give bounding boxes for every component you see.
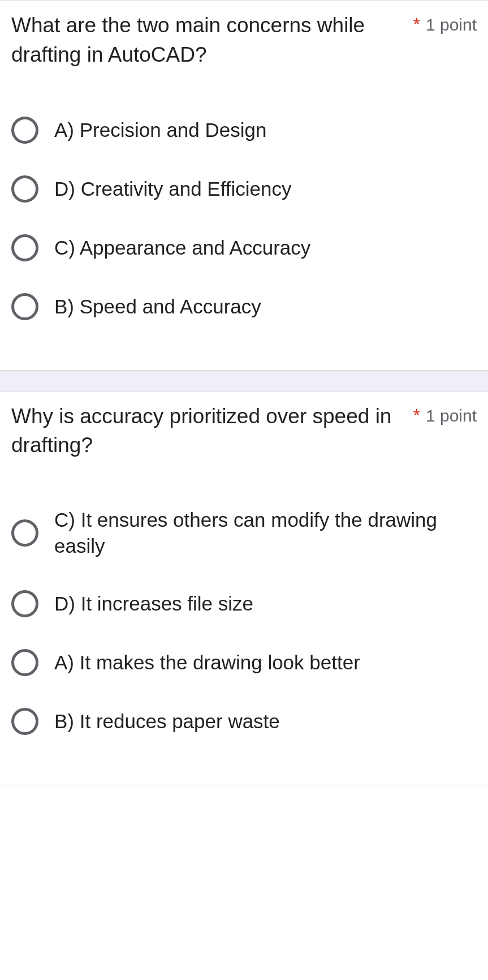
- option-d[interactable]: D) Creativity and Efficiency: [11, 160, 477, 218]
- radio-icon: [11, 708, 38, 735]
- option-c[interactable]: C) Appearance and Accuracy: [11, 218, 477, 277]
- question-header: What are the two main concerns while dra…: [11, 11, 477, 70]
- radio-icon: [11, 519, 38, 547]
- option-a[interactable]: A) It makes the drawing look better: [11, 633, 477, 692]
- question-meta: * 1 point: [413, 11, 477, 35]
- option-b[interactable]: B) Speed and Accuracy: [11, 277, 477, 336]
- radio-icon: [11, 234, 38, 261]
- radio-icon: [11, 117, 38, 144]
- option-label: B) It reduces paper waste: [54, 708, 280, 734]
- points-label: 1 point: [426, 15, 477, 35]
- option-b[interactable]: B) It reduces paper waste: [11, 692, 477, 751]
- points-label: 1 point: [426, 406, 477, 425]
- option-label: A) It makes the drawing look better: [54, 650, 360, 676]
- option-d[interactable]: D) It increases file size: [11, 574, 477, 633]
- question-text: What are the two main concerns while dra…: [11, 11, 413, 70]
- question-text: Why is accuracy prioritized over speed i…: [11, 402, 413, 461]
- question-card-2: Why is accuracy prioritized over speed i…: [0, 391, 488, 786]
- question-meta: * 1 point: [413, 402, 477, 426]
- question-card-1: What are the two main concerns while dra…: [0, 0, 488, 371]
- card-divider: [0, 371, 488, 391]
- radio-icon: [11, 175, 38, 203]
- radio-icon: [11, 293, 38, 320]
- option-c[interactable]: C) It ensures others can modify the draw…: [11, 491, 477, 574]
- required-asterisk: *: [413, 405, 420, 426]
- option-label: C) Appearance and Accuracy: [54, 235, 310, 261]
- question-header: Why is accuracy prioritized over speed i…: [11, 402, 477, 461]
- option-a[interactable]: A) Precision and Design: [11, 101, 477, 160]
- required-asterisk: *: [413, 14, 420, 35]
- option-label: B) Speed and Accuracy: [54, 294, 261, 320]
- radio-icon: [11, 590, 38, 617]
- option-label: D) Creativity and Efficiency: [54, 176, 292, 202]
- option-label: A) Precision and Design: [54, 117, 266, 143]
- option-label: C) It ensures others can modify the draw…: [54, 507, 477, 558]
- option-label: D) It increases file size: [54, 591, 253, 617]
- radio-icon: [11, 649, 38, 676]
